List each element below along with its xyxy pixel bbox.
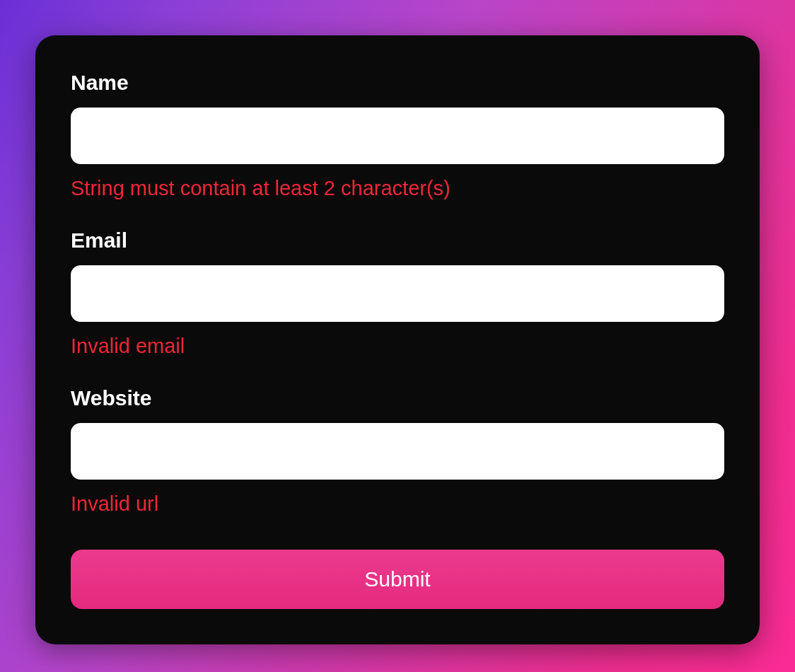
website-error: Invalid url bbox=[71, 492, 724, 516]
website-input[interactable] bbox=[71, 423, 724, 480]
name-input[interactable] bbox=[71, 108, 724, 164]
website-label: Website bbox=[71, 386, 724, 410]
name-label: Name bbox=[71, 71, 724, 95]
name-error: String must contain at least 2 character… bbox=[71, 177, 724, 200]
email-field-group: Email Invalid email bbox=[71, 228, 724, 358]
submit-button[interactable]: Submit bbox=[71, 550, 724, 609]
website-field-group: Website Invalid url bbox=[71, 386, 724, 516]
email-input[interactable] bbox=[71, 265, 724, 322]
form-card: Name String must contain at least 2 char… bbox=[35, 35, 760, 644]
name-field-group: Name String must contain at least 2 char… bbox=[71, 71, 724, 200]
email-label: Email bbox=[71, 228, 724, 253]
email-error: Invalid email bbox=[71, 335, 724, 358]
